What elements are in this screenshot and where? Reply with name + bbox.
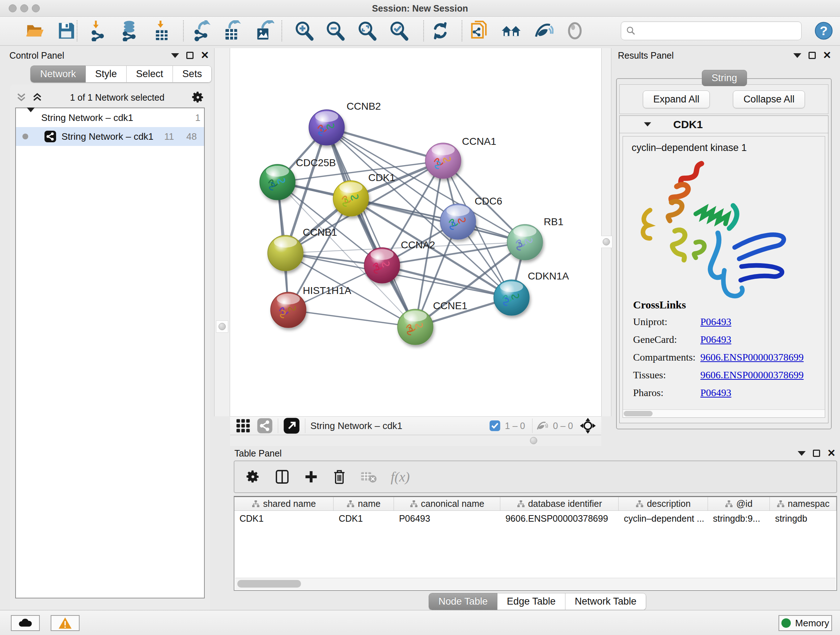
document-share-icon[interactable]	[469, 19, 491, 42]
tab-string[interactable]: String	[702, 70, 747, 86]
crosslink-link[interactable]: P06493	[700, 316, 731, 328]
tab-edge-table[interactable]: Edge Table	[497, 593, 565, 610]
column-header-namespac[interactable]: namespac	[770, 497, 836, 510]
crosslink-link[interactable]: 9606.ENSP00000378699	[700, 369, 804, 381]
node-RB1[interactable]	[507, 225, 543, 260]
open-session-icon[interactable]	[24, 19, 46, 42]
export-network-icon[interactable]	[190, 19, 213, 42]
zoom-selected-icon[interactable]	[388, 19, 410, 42]
table-gear-icon[interactable]	[245, 469, 261, 485]
column-header-shared-name[interactable]: shared name	[234, 497, 333, 510]
tab-select[interactable]: Select	[126, 65, 173, 82]
expand-all-button[interactable]: Expand All	[643, 90, 710, 108]
entry-scrollbar[interactable]	[623, 409, 825, 417]
network-canvas[interactable]: CCNB2CCNA1CDC25BCDK1CDC6RB1CCNB1CCNA2CDK…	[230, 48, 601, 416]
node-label-CCNB1: CCNB1	[303, 226, 337, 238]
zoom-in-icon[interactable]	[293, 19, 316, 42]
tab-style[interactable]: Style	[86, 65, 126, 82]
export-table-icon[interactable]	[221, 19, 243, 42]
delete-table-icon	[360, 470, 377, 484]
cloud-button[interactable]	[11, 615, 40, 631]
import-network-icon[interactable]	[87, 19, 109, 42]
expand-collection-icon[interactable]	[27, 108, 35, 123]
toolbar-separator	[183, 20, 184, 41]
node-CCNA2[interactable]	[364, 248, 400, 283]
node-CDKN1A[interactable]	[494, 280, 529, 315]
tab-network[interactable]: Network	[30, 65, 86, 82]
add-icon[interactable]	[304, 470, 318, 484]
hide-eye-icon[interactable]	[532, 19, 554, 42]
open-in-window-icon[interactable]	[283, 417, 300, 434]
node-CCNB1[interactable]	[268, 235, 303, 271]
collapse-panel-icon[interactable]	[798, 451, 806, 456]
network-collection-row[interactable]: String Network – cdk1 1	[16, 108, 204, 127]
birdseye-navigator-icon[interactable]	[579, 417, 596, 434]
collapse-panel-icon[interactable]	[793, 53, 801, 58]
node-CDC6[interactable]	[440, 204, 476, 239]
node-HIST1H1A[interactable]	[271, 292, 306, 328]
main-toolbar: ?	[0, 17, 840, 46]
tab-node-table[interactable]: Node Table	[429, 593, 497, 610]
entry-header[interactable]: CDK1	[620, 116, 828, 133]
import-database-icon[interactable]	[118, 19, 141, 42]
refresh-icon[interactable]	[429, 19, 452, 42]
crosslink-row: Uniprot:P06493	[633, 316, 804, 328]
column-header-database-identifier[interactable]: database identifier	[500, 497, 619, 510]
table-h-scrollbar[interactable]	[235, 578, 836, 589]
crosslink-link[interactable]: P06493	[700, 334, 731, 345]
node-table[interactable]: shared namenamecanonical namedatabase id…	[234, 496, 837, 591]
import-table-icon[interactable]	[150, 19, 173, 42]
grid-view-icon[interactable]	[235, 418, 251, 434]
memory-button[interactable]: Memory	[778, 615, 832, 631]
trash-icon[interactable]	[332, 469, 347, 485]
columns-icon[interactable]	[274, 469, 290, 485]
homes-icon[interactable]	[500, 19, 523, 42]
close-panel-icon[interactable]: ✕	[201, 52, 209, 59]
bottom-splitter[interactable]	[230, 435, 601, 446]
node-CDC25B[interactable]	[260, 165, 295, 200]
left-splitter[interactable]	[214, 48, 230, 416]
column-header-canonical-name[interactable]: canonical name	[394, 497, 500, 510]
collapse-entry-icon[interactable]	[644, 122, 651, 127]
tab-network-table[interactable]: Network Table	[565, 593, 646, 610]
column-header-description[interactable]: description	[619, 497, 707, 510]
node-CCNA1[interactable]	[425, 143, 461, 179]
export-image-icon[interactable]	[253, 19, 275, 42]
show-eye-icon[interactable]	[564, 19, 586, 42]
help-icon[interactable]: ?	[813, 19, 835, 42]
float-panel-icon[interactable]	[813, 450, 820, 457]
network-row-selected[interactable]: String Network – cdk1 11 48	[16, 127, 204, 146]
selected-checkbox-icon[interactable]	[489, 420, 501, 432]
crosslink-label: Tissues:	[633, 369, 700, 381]
tab-sets[interactable]: Sets	[173, 65, 212, 82]
column-label: canonical name	[421, 499, 485, 509]
edge-HIST1H1A-CCNE1[interactable]	[288, 310, 415, 327]
edge-CCNB2-CCNE1[interactable]	[327, 127, 415, 327]
zoom-fit-icon[interactable]	[356, 19, 378, 42]
collapse-all-button[interactable]: Collapse All	[733, 90, 805, 108]
float-panel-icon[interactable]	[808, 52, 816, 59]
crosslink-row: Pharos:P06493	[633, 387, 804, 399]
column-header-name[interactable]: name	[333, 497, 394, 510]
close-panel-icon[interactable]: ✕	[827, 450, 836, 457]
gene-description: cyclin–dependent kinase 1	[623, 136, 825, 154]
node-CCNB2[interactable]	[309, 110, 344, 145]
column-header-@id[interactable]: @id	[708, 497, 770, 510]
node-CDK1[interactable]	[333, 181, 369, 216]
zoom-out-icon[interactable]	[324, 19, 347, 42]
close-panel-icon[interactable]: ✕	[823, 52, 831, 59]
expand-all-icon[interactable]	[31, 92, 43, 103]
crosslink-link[interactable]: P06493	[700, 387, 731, 399]
save-session-icon[interactable]	[55, 19, 77, 42]
collapse-all-icon[interactable]	[15, 92, 27, 103]
table-row[interactable]: CDK1CDK1P064939606.ENSP00000378699cyclin…	[234, 511, 836, 526]
float-panel-icon[interactable]	[186, 52, 194, 59]
node-CCNE1[interactable]	[398, 309, 433, 345]
right-splitter[interactable]	[601, 48, 611, 416]
warning-button[interactable]	[51, 615, 80, 631]
string-view-icon[interactable]	[257, 418, 273, 434]
crosslink-link[interactable]: 9606.ENSP00000378699	[700, 352, 804, 363]
collapse-panel-icon[interactable]	[171, 53, 179, 58]
search-input[interactable]	[636, 26, 796, 36]
gear-icon[interactable]	[191, 90, 205, 104]
